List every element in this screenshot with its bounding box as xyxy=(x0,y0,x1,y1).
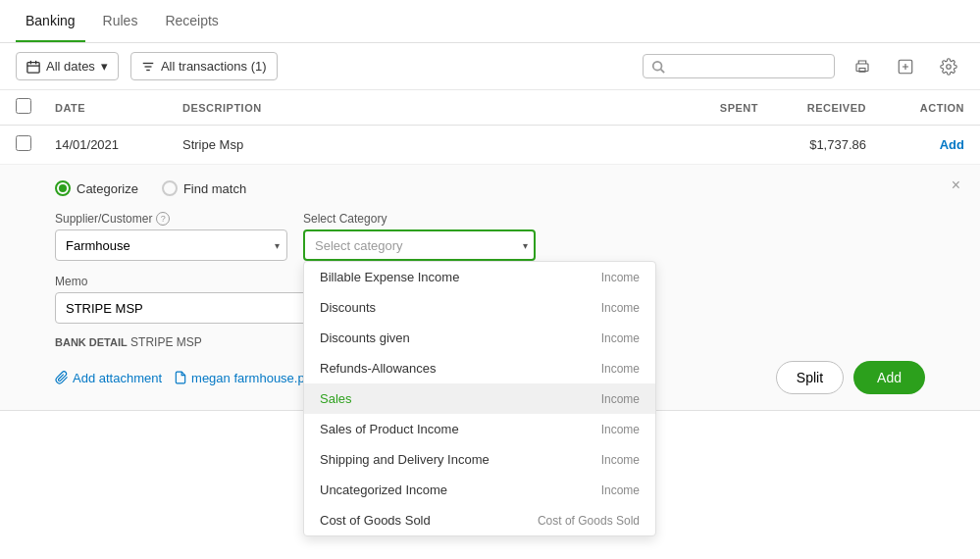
filter-icon xyxy=(141,60,155,74)
dropdown-item-shipping[interactable]: Shipping and Delivery Income Income xyxy=(304,444,655,475)
export-icon xyxy=(897,58,914,76)
supplier-select[interactable]: Farmhouse xyxy=(55,229,287,261)
category-label: Select Category xyxy=(303,212,536,226)
bank-detail-value: STRIPE MSP xyxy=(130,335,202,349)
table-header: DATE DESCRIPTION SPENT RECEIVED ACTION xyxy=(0,90,980,126)
calendar-icon-btn[interactable]: All dates ▾ xyxy=(16,52,119,80)
radio-categorize-circle xyxy=(55,180,71,196)
file-name: megan farmhouse.pdf xyxy=(191,371,315,385)
radio-find-match[interactable]: Find match xyxy=(162,180,246,196)
row-received: $1,737.86 xyxy=(758,137,866,152)
add-attachment-link[interactable]: Add attachment xyxy=(55,371,162,385)
settings-icon-btn[interactable] xyxy=(933,51,964,82)
transactions-filter-btn[interactable]: All transactions (1) xyxy=(130,52,278,80)
col-spent: SPENT xyxy=(660,102,758,114)
tab-receipts[interactable]: Receipts xyxy=(155,1,228,42)
dropdown-item-refunds[interactable]: Refunds-Allowances Income xyxy=(304,353,655,383)
dropdown-item-discounts[interactable]: Discounts Income xyxy=(304,292,655,323)
svg-rect-10 xyxy=(859,68,865,72)
chevron-down-icon: ▾ xyxy=(101,59,108,74)
footer-right: Split Add xyxy=(776,361,925,394)
search-input[interactable] xyxy=(669,59,826,74)
search-box[interactable] xyxy=(643,54,835,78)
split-button[interactable]: Split xyxy=(776,361,844,394)
expanded-section: × Categorize Find match Supplier/Custome… xyxy=(0,165,980,411)
svg-line-8 xyxy=(661,69,665,73)
radio-categorize[interactable]: Categorize xyxy=(55,180,138,196)
dropdown-item-sales-product[interactable]: Sales of Product Income Income xyxy=(304,414,655,444)
supplier-help-icon[interactable]: ? xyxy=(156,212,170,226)
toolbar: All dates ▾ All transactions (1) xyxy=(0,43,980,90)
dropdown-item-uncategorized[interactable]: Uncategorized Income Income xyxy=(304,475,655,505)
add-button[interactable]: Add xyxy=(853,361,925,394)
supplier-group: Supplier/Customer ? Farmhouse ▾ xyxy=(55,212,287,261)
transactions-filter-label: All transactions (1) xyxy=(161,59,267,74)
category-select[interactable]: Select category xyxy=(303,229,536,261)
category-select-wrapper: Select category ▾ Billable Expense Incom… xyxy=(303,229,536,261)
tab-rules[interactable]: Rules xyxy=(93,1,148,42)
svg-rect-9 xyxy=(856,64,868,72)
supplier-select-wrapper: Farmhouse ▾ xyxy=(55,229,287,261)
table-row: 14/01/2021 Stripe Msp $1,737.86 Add xyxy=(0,126,980,165)
supplier-label: Supplier/Customer ? xyxy=(55,212,287,226)
svg-rect-0 xyxy=(27,62,39,73)
export-icon-btn[interactable] xyxy=(890,51,921,82)
radio-categorize-label: Categorize xyxy=(77,181,138,196)
print-icon-btn[interactable] xyxy=(847,51,878,82)
row-checkbox[interactable] xyxy=(16,135,31,151)
select-all-checkbox[interactable] xyxy=(16,98,31,114)
print-icon xyxy=(853,58,871,76)
tab-banking[interactable]: Banking xyxy=(16,1,85,42)
svg-point-12 xyxy=(947,64,952,69)
col-description: DESCRIPTION xyxy=(182,102,660,114)
file-icon xyxy=(174,371,187,384)
radio-find-match-circle xyxy=(162,180,178,196)
add-link[interactable]: Add xyxy=(940,137,964,152)
radio-find-match-label: Find match xyxy=(183,181,246,196)
radio-group: Categorize Find match xyxy=(55,180,925,196)
close-button[interactable]: × xyxy=(952,177,960,194)
dropdown-item-cogs[interactable]: Cost of Goods Sold Cost of Goods Sold xyxy=(304,505,655,535)
form-row: Supplier/Customer ? Farmhouse ▾ Select C… xyxy=(55,212,925,261)
attachment-icon xyxy=(55,371,69,384)
calendar-icon xyxy=(26,60,40,74)
col-received: RECEIVED xyxy=(758,102,866,114)
col-action: ACTION xyxy=(866,102,964,114)
dropdown-item-discounts-given[interactable]: Discounts given Income xyxy=(304,323,655,353)
svg-point-7 xyxy=(653,61,662,70)
dropdown-item-billable[interactable]: Billable Expense Income Income xyxy=(304,262,655,292)
row-action: Add xyxy=(866,137,964,152)
category-dropdown: Billable Expense Income Income Discounts… xyxy=(303,261,656,536)
search-icon xyxy=(651,60,665,74)
category-group: Select Category Select category ▾ Billab… xyxy=(303,212,536,261)
date-filter-label: All dates xyxy=(46,59,95,74)
row-date: 14/01/2021 xyxy=(55,137,182,152)
col-date: DATE xyxy=(55,102,182,114)
dropdown-item-sales[interactable]: Sales Income xyxy=(304,383,655,414)
nav-tabs: Banking Rules Receipts xyxy=(0,0,980,43)
row-description: Stripe Msp xyxy=(182,137,660,152)
gear-icon xyxy=(940,58,957,76)
bank-detail-label: BANK DETAIL xyxy=(55,336,128,348)
